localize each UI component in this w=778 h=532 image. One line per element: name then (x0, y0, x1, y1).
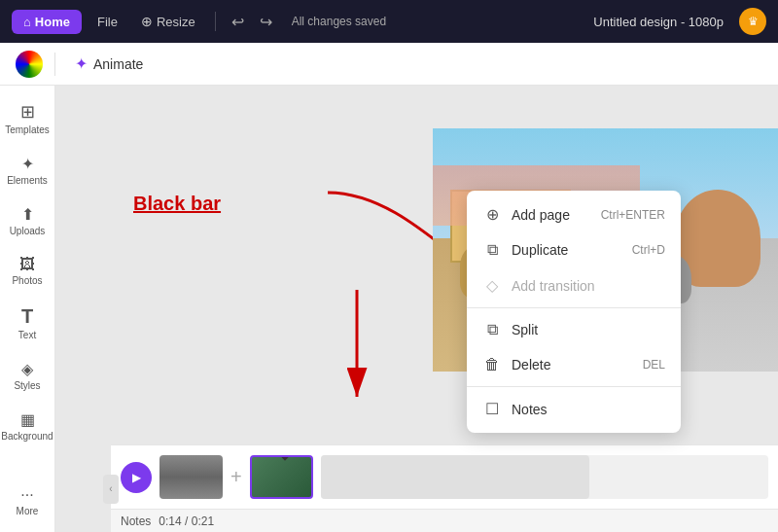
play-icon: ▶ (132, 471, 141, 484)
menu-item-add-page[interactable]: ⊕ Add page Ctrl+ENTER (467, 196, 681, 232)
menu-item-split[interactable]: ⧉ Split (467, 312, 681, 347)
timeline-collapse-handle[interactable]: ‹ (103, 475, 119, 504)
sidebar-item-background[interactable]: ▦ Background (3, 403, 52, 449)
menu-divider-1 (467, 307, 681, 308)
menu-item-duplicate[interactable]: ⧉ Duplicate Ctrl+D (467, 232, 681, 267)
sidebar-item-photos[interactable]: 🖼 Photos (3, 248, 52, 294)
time-total-value: 0:21 (192, 514, 214, 528)
background-icon: ▦ (20, 410, 35, 429)
more-label: More (17, 506, 39, 516)
sidebar-item-elements[interactable]: ✦ Elements (3, 147, 52, 194)
resize-icon: ⊕ (141, 14, 153, 29)
file-label: File (97, 15, 118, 29)
add-page-shortcut: Ctrl+ENTER (601, 208, 665, 222)
subtoolbar-divider (54, 53, 55, 76)
color-picker[interactable] (16, 51, 43, 78)
annotation-text: Black bar (133, 193, 221, 214)
time-current-value: 0:14 (159, 514, 181, 528)
transition-icon: ◇ (482, 276, 502, 295)
add-track-button[interactable]: + (230, 466, 242, 488)
templates-label: Templates (5, 124, 50, 135)
upgrade-button[interactable]: ♛ (739, 8, 766, 35)
design-title: Untitled design - 1080p (593, 15, 724, 29)
redo-icon: ↪ (260, 14, 272, 30)
more-dots-icon: ··· (20, 486, 33, 504)
save-status: All changes saved (292, 15, 386, 28)
top-navbar: ⌂ Home File ⊕ Resize ↩ ↪ All changes sav… (0, 0, 778, 43)
menu-divider-2 (467, 386, 681, 387)
sidebar-item-uploads[interactable]: ⬆ Uploads (3, 197, 52, 244)
resize-button[interactable]: ⊕ Resize (133, 10, 203, 33)
animate-button[interactable]: ✦ Animate (67, 51, 151, 77)
duplicate-label: Duplicate (512, 242, 568, 258)
undo-button[interactable]: ↩ (228, 11, 248, 33)
add-page-label: Add page (512, 207, 570, 223)
notes-label: Notes (512, 402, 548, 417)
time-separator: / (185, 514, 188, 528)
sidebar: ⊞ Templates ✦ Elements ⬆ Uploads 🖼 Photo… (0, 86, 55, 532)
split-icon: ⧉ (482, 321, 502, 338)
duplicate-icon: ⧉ (482, 241, 502, 259)
time-current: 0:14 / 0:21 (159, 514, 214, 528)
home-icon: ⌂ (23, 15, 31, 29)
background-label: Background (1, 431, 53, 442)
styles-label: Styles (14, 380, 40, 391)
play-button[interactable]: ▶ (121, 462, 152, 493)
sidebar-item-styles[interactable]: ◈ Styles (3, 352, 52, 399)
uploads-icon: ⬆ (21, 205, 34, 224)
track-thumbnail-1[interactable] (159, 455, 223, 499)
split-label: Split (512, 322, 538, 337)
file-button[interactable]: File (89, 11, 125, 33)
crown-icon: ♛ (748, 15, 759, 28)
topbar-divider (215, 12, 216, 31)
animate-icon: ✦ (75, 54, 88, 73)
main-content: ⊞ Templates ✦ Elements ⬆ Uploads 🖼 Photo… (0, 86, 778, 532)
menu-item-delete[interactable]: 🗑 Delete DEL (467, 347, 681, 382)
text-label: Text (18, 330, 36, 340)
sidebar-item-text[interactable]: T Text (3, 298, 52, 348)
canvas-area[interactable]: Black bar (55, 86, 778, 532)
transition-label: Add transition (512, 278, 595, 294)
elements-label: Elements (7, 175, 48, 186)
duplicate-shortcut: Ctrl+D (632, 243, 665, 257)
add-page-icon: ⊕ (482, 205, 502, 224)
redo-button[interactable]: ↪ (256, 11, 276, 33)
resize-label: Resize (157, 15, 195, 29)
delete-label: Delete (512, 357, 550, 372)
menu-item-add-transition: ◇ Add transition (467, 267, 681, 303)
home-label: Home (35, 15, 70, 29)
timeline-tracks: ▶ + (111, 445, 778, 509)
home-button[interactable]: ⌂ Home (12, 10, 82, 34)
delete-shortcut: DEL (643, 358, 665, 372)
menu-item-notes[interactable]: ☐ Notes (467, 391, 681, 427)
track-playhead (280, 455, 291, 461)
elements-icon: ✦ (21, 155, 34, 173)
notes-footer-label: Notes (121, 514, 151, 528)
text-icon: T (21, 305, 33, 328)
sidebar-item-templates[interactable]: ⊞ Templates (3, 93, 52, 143)
timeline-footer: Notes 0:14 / 0:21 (111, 509, 778, 532)
uploads-label: Uploads (10, 226, 46, 236)
notes-icon: ☐ (482, 400, 502, 418)
timeline: ‹ ▶ + Notes 0:14 / 0:21 (111, 444, 778, 532)
styles-icon: ◈ (21, 360, 33, 378)
black-bar-annotation: Black bar (133, 193, 221, 215)
sub-toolbar: ✦ Animate (0, 43, 778, 86)
animate-label: Animate (93, 56, 143, 72)
undo-icon: ↩ (231, 14, 244, 30)
photos-icon: 🖼 (19, 256, 35, 273)
templates-icon: ⊞ (20, 101, 35, 123)
track-thumbnail-2[interactable] (250, 455, 313, 499)
delete-icon: 🗑 (482, 356, 502, 373)
sidebar-item-more[interactable]: ··· More (3, 479, 52, 524)
context-menu: ⊕ Add page Ctrl+ENTER ⧉ Duplicate Ctrl+D… (467, 191, 681, 433)
track-remaining (321, 455, 768, 499)
photos-label: Photos (12, 275, 42, 286)
